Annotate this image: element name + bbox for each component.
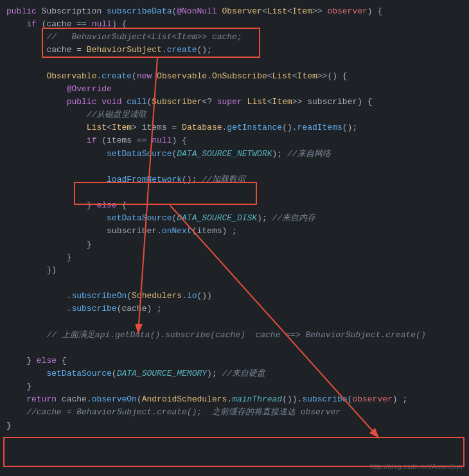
code-line bbox=[0, 342, 469, 355]
code-line bbox=[0, 161, 469, 173]
code-line: } bbox=[0, 238, 469, 251]
code-line: } else { bbox=[0, 355, 469, 367]
code-editor: public Subscription subscribeData(@NonNu… bbox=[0, 0, 469, 437]
code-line: } else { bbox=[0, 199, 469, 212]
code-line: //从磁盘里读取 bbox=[0, 109, 469, 121]
code-line: List<Item> items = Database.getInstance(… bbox=[0, 121, 469, 134]
code-line: //cache = BehaviorSubject.create(); 之前缓存… bbox=[0, 406, 469, 419]
code-line: } bbox=[0, 380, 469, 393]
code-line: } bbox=[0, 251, 469, 264]
code-line: .subscribe(cache) ; bbox=[0, 303, 469, 315]
code-line: public Subscription subscribeData(@NonNu… bbox=[0, 5, 469, 18]
code-line: @Override bbox=[0, 83, 469, 96]
code-line: }) bbox=[0, 264, 469, 277]
code-line: } bbox=[0, 419, 469, 432]
code-line: public void call(Subscriber<? super List… bbox=[0, 96, 469, 109]
code-line: // 上面满足api.getData().subscribe(cache) ca… bbox=[0, 329, 469, 342]
code-line: loadFromNetwork(); //加载数据 bbox=[0, 173, 469, 186]
code-line: setDataSource(DATA_SOURCE_NETWORK); //来自… bbox=[0, 148, 469, 161]
code-line: setDataSource(DATA_SOURCE_MEMORY); //来自硬… bbox=[0, 367, 469, 380]
code-line: return cache.observeOn(AndroidSchedulers… bbox=[0, 393, 469, 406]
code-line bbox=[0, 277, 469, 290]
code-line: Observable.create(new Observable.OnSubsc… bbox=[0, 70, 469, 83]
code-line: if (items == null) { bbox=[0, 134, 469, 147]
code-line: cache = BehaviorSubject.create(); bbox=[0, 44, 469, 57]
watermark-text: http://blog.csdn.net/AxtonSun bbox=[370, 461, 463, 472]
code-line: subscriber.onNext(items) ; bbox=[0, 225, 469, 238]
code-line bbox=[0, 315, 469, 328]
code-line bbox=[0, 186, 469, 199]
code-line: // BehaviorSubject<List<Item>> cache; bbox=[0, 31, 469, 44]
code-line: .subscribeOn(Schedulers.io()) bbox=[0, 290, 469, 303]
code-line bbox=[0, 57, 469, 70]
code-line: if (cache == null) { bbox=[0, 18, 469, 31]
code-line: setDataSource(DATA_SOURCE_DISK); //来自内存 bbox=[0, 212, 469, 225]
